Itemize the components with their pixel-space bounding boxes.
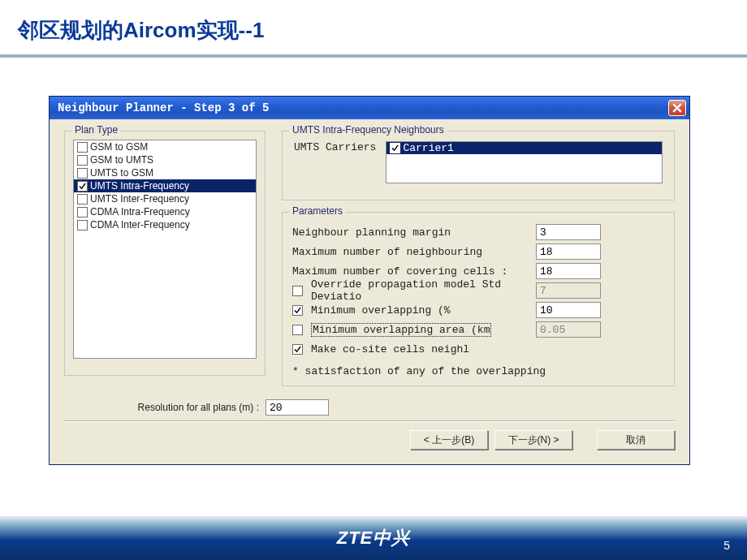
plan-type-fieldset: Plan Type GSM to GSMGSM to UMTSUMTS to G… (64, 131, 266, 376)
window-title: Neighbour Planner - Step 3 of 5 (58, 101, 269, 114)
param-override-input (536, 282, 601, 299)
carrier-item-label: Carrier1 (403, 142, 453, 154)
checkbox-icon[interactable] (77, 142, 88, 153)
plan-type-item[interactable]: CDMA Inter-Frequency (74, 218, 256, 231)
param-maxneighbour-row: Maximum number of neighbouring (292, 242, 664, 261)
plan-type-item-label: UMTS Inter-Frequency (90, 193, 189, 205)
param-minoverlap-pct-checkbox[interactable] (292, 305, 303, 316)
plan-type-item[interactable]: UMTS Intra-Frequency (74, 179, 256, 192)
param-margin-label: Neighbour planning margin (292, 226, 536, 239)
plan-type-item[interactable]: UMTS to GSM (74, 166, 256, 179)
param-override-row: Override propagation model Std Deviatio (292, 281, 664, 300)
plan-type-item[interactable]: GSM to UMTS (74, 153, 256, 166)
param-minoverlap-area-checkbox[interactable] (292, 325, 303, 335)
title-underline (0, 54, 747, 58)
plan-type-legend: Plan Type (71, 124, 121, 136)
checkbox-icon[interactable] (77, 207, 88, 218)
resolution-label: Resolution for all plans (m) : (64, 402, 266, 413)
carriers-list[interactable]: Carrier1 (386, 141, 663, 183)
plan-type-item-label: CDMA Inter-Frequency (90, 219, 190, 230)
param-cosite-label: Make co-site cells neighl (311, 343, 469, 355)
plan-type-item-label: UMTS to GSM (90, 167, 153, 179)
neighbour-planner-window: Neighbour Planner - Step 3 of 5 Plan Typ… (49, 96, 690, 465)
back-button[interactable]: < 上一步(B) (410, 430, 488, 450)
param-override-checkbox[interactable] (292, 286, 303, 296)
plan-type-item-label: GSM to UMTS (90, 154, 153, 166)
param-margin-row: Neighbour planning margin (292, 222, 664, 242)
plan-type-item[interactable]: UMTS Inter-Frequency (74, 192, 256, 205)
param-maxneighbour-input[interactable] (536, 243, 601, 260)
checkbox-icon[interactable] (390, 143, 400, 153)
param-maxneighbour-label: Maximum number of neighbouring (292, 246, 536, 258)
carriers-label: UMTS Carriers (294, 141, 376, 153)
param-override-label: Override propagation model Std Deviatio (311, 278, 536, 303)
umts-neighbours-fieldset: UMTS Intra-Frequency Neighbours UMTS Car… (282, 131, 675, 200)
parameters-fieldset: Parameters Neighbour planning margin Max… (282, 212, 675, 386)
checkbox-icon[interactable] (77, 155, 88, 166)
param-cosite-row: Make co-site cells neighl (292, 339, 664, 359)
param-margin-input[interactable] (536, 224, 601, 240)
plan-type-item[interactable]: CDMA Intra-Frequency (74, 205, 256, 218)
close-button[interactable] (668, 100, 686, 116)
page-number: 5 (723, 539, 731, 552)
close-icon (672, 103, 682, 113)
plan-type-list[interactable]: GSM to GSMGSM to UMTSUMTS to GSMUMTS Int… (73, 140, 257, 359)
checkbox-icon[interactable] (77, 181, 88, 192)
window-titlebar: Neighbour Planner - Step 3 of 5 (50, 97, 689, 119)
checkbox-icon[interactable] (77, 220, 88, 230)
plan-type-item-label: CDMA Intra-Frequency (90, 206, 190, 218)
resolution-row: Resolution for all plans (m) : (64, 399, 675, 416)
resolution-input[interactable] (266, 399, 329, 416)
slide-footer: ZTE中兴 5 (0, 516, 747, 560)
param-maxcovering-label: Maximum number of covering cells : (292, 265, 536, 278)
param-minoverlap-area-label: Minimum overlapping area (km (311, 323, 491, 337)
checkbox-icon[interactable] (77, 168, 88, 179)
param-minoverlap-pct-input[interactable] (536, 302, 601, 318)
plan-type-item[interactable]: GSM to GSM (74, 140, 256, 153)
param-minoverlap-area-row: Minimum overlapping area (km (292, 320, 664, 339)
param-cosite-checkbox[interactable] (292, 344, 303, 355)
param-minoverlap-pct-label: Minimum overlapping (% (311, 304, 451, 317)
cancel-button[interactable]: 取消 (597, 430, 675, 450)
next-button[interactable]: 下一步(N) > (494, 430, 572, 450)
footer-brand: ZTE中兴 (337, 526, 411, 550)
carrier-item[interactable]: Carrier1 (386, 142, 662, 154)
parameters-legend: Parameters (289, 205, 346, 217)
param-minoverlap-pct-row: Minimum overlapping (% (292, 300, 664, 320)
button-divider (64, 420, 675, 422)
checkbox-icon[interactable] (77, 194, 88, 205)
wizard-buttons: < 上一步(B) 下一步(N) > 取消 (64, 430, 675, 450)
slide-title: 邻区规划的Aircom实现--1 (0, 0, 747, 54)
window-body: Plan Type GSM to GSMGSM to UMTSUMTS to G… (50, 119, 689, 464)
param-minoverlap-area-input (536, 321, 601, 338)
plan-type-item-label: GSM to GSM (90, 141, 148, 153)
param-maxcovering-input[interactable] (536, 263, 601, 279)
parameters-note: * satisfaction of any of the overlapping (292, 365, 664, 377)
plan-type-item-label: UMTS Intra-Frequency (90, 180, 189, 192)
umts-neighbours-legend: UMTS Intra-Frequency Neighbours (289, 124, 447, 136)
